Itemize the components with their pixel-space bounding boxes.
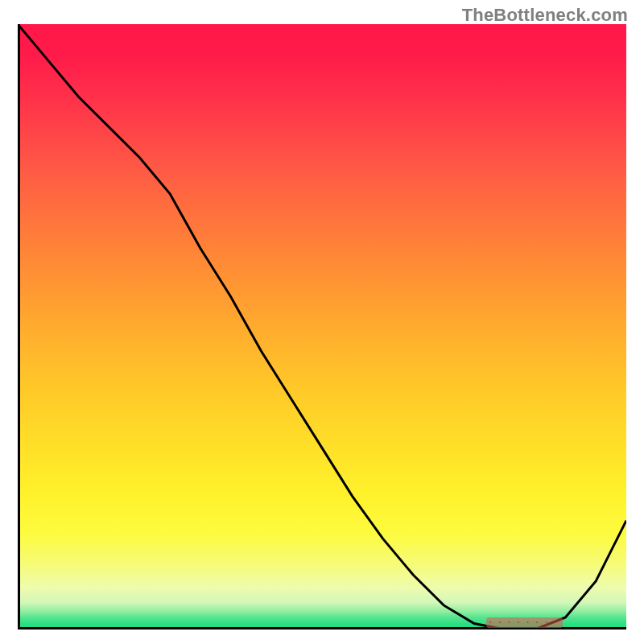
chart-container: TheBottleneck.com · · · · · · · ·: [0, 0, 644, 644]
watermark-text: TheBottleneck.com: [462, 5, 628, 26]
plot-area: · · · · · · · ·: [18, 24, 626, 630]
marker-label: · · · · · · · ·: [486, 617, 563, 628]
gradient-background: [18, 24, 626, 630]
